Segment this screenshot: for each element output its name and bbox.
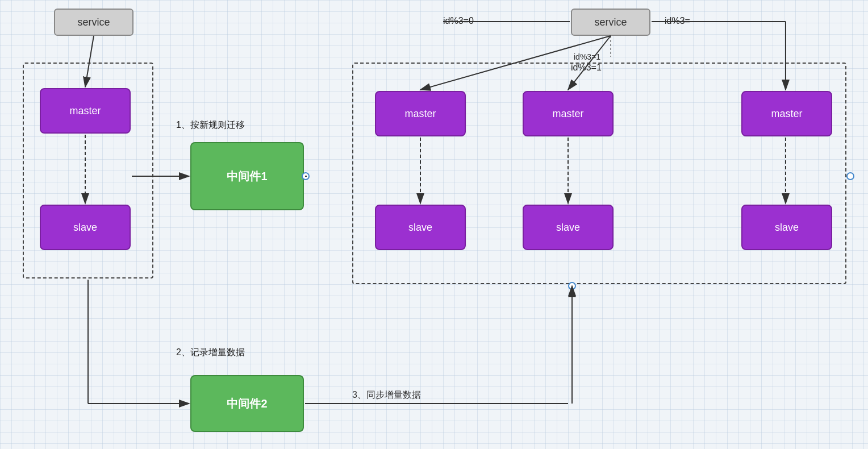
circle-3	[568, 282, 576, 290]
slave-r2: slave	[523, 205, 614, 250]
service-label-right: service	[571, 9, 650, 36]
id2-label: id%3=	[665, 16, 690, 26]
master-left: master	[40, 88, 131, 134]
id1-label-svg: id%3=1	[574, 52, 600, 61]
step2-label: 2、记录增量数据	[176, 347, 245, 359]
slave-left: slave	[40, 205, 131, 250]
step1-label: 1、按新规则迁移	[176, 119, 245, 131]
circle-2	[846, 172, 854, 180]
middleware2-box: 中间件2	[190, 375, 304, 432]
master-r2: master	[523, 91, 614, 136]
master-r1: master	[375, 91, 466, 136]
slave-r1: slave	[375, 205, 466, 250]
middleware1-box: 中间件1	[190, 142, 304, 210]
circle-1	[302, 172, 310, 180]
step3-label-svg: 3、同步增量数据	[352, 390, 421, 400]
diagram-container: service service master slave 中间件1 中间件2 m…	[0, 0, 868, 449]
master-r3: master	[741, 91, 832, 136]
id0-label: id%3=0	[443, 16, 474, 26]
id1-label: id%3=1	[571, 63, 602, 73]
slave-r3: slave	[741, 205, 832, 250]
service-label-left: service	[54, 9, 133, 36]
